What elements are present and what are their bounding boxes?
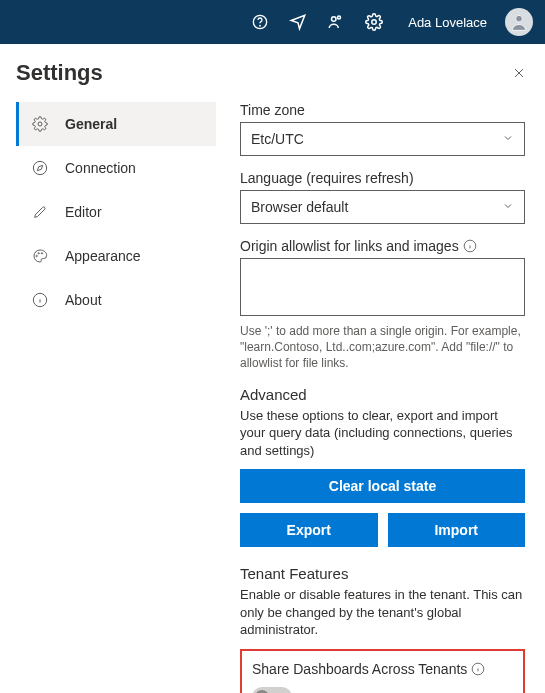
share-dashboards-label: Share Dashboards Across Tenants xyxy=(252,661,513,677)
origin-allowlist-hint: Use ';' to add more than a single origin… xyxy=(240,323,525,372)
feedback-icon[interactable] xyxy=(288,12,308,32)
avatar[interactable] xyxy=(505,8,533,36)
clear-local-state-button[interactable]: Clear local state xyxy=(240,469,525,503)
svg-point-10 xyxy=(41,253,42,254)
language-select[interactable]: Browser default xyxy=(240,190,525,224)
tenant-features-desc: Enable or disable features in the tenant… xyxy=(240,586,525,639)
svg-point-1 xyxy=(260,25,261,26)
panel-title: Settings xyxy=(16,60,103,86)
settings-sidebar: General Connection Editor Appearance xyxy=(16,102,216,693)
share-dashboards-toggle[interactable] xyxy=(252,687,292,693)
language-label: Language (requires refresh) xyxy=(240,170,525,186)
svg-point-2 xyxy=(332,17,337,22)
chevron-down-icon xyxy=(502,131,514,147)
sidebar-item-general[interactable]: General xyxy=(16,102,216,146)
username-label[interactable]: Ada Lovelace xyxy=(408,15,487,30)
top-app-bar: Ada Lovelace xyxy=(0,0,545,44)
info-icon xyxy=(31,291,49,309)
chevron-down-icon xyxy=(502,199,514,215)
sidebar-item-about[interactable]: About xyxy=(16,278,216,322)
sidebar-item-label: Appearance xyxy=(65,248,141,264)
import-button[interactable]: Import xyxy=(388,513,526,547)
svg-point-7 xyxy=(33,161,46,174)
timezone-label: Time zone xyxy=(240,102,525,118)
svg-point-8 xyxy=(36,255,37,256)
sidebar-item-appearance[interactable]: Appearance xyxy=(16,234,216,278)
sidebar-item-label: Connection xyxy=(65,160,136,176)
sidebar-item-label: About xyxy=(65,292,102,308)
svg-point-4 xyxy=(372,20,377,25)
gear-icon xyxy=(31,115,49,133)
sidebar-item-label: General xyxy=(65,116,117,132)
pencil-icon xyxy=(31,203,49,221)
svg-point-5 xyxy=(516,15,523,22)
timezone-value: Etc/UTC xyxy=(251,131,304,147)
advanced-desc: Use these options to clear, export and i… xyxy=(240,407,525,460)
info-icon[interactable] xyxy=(463,239,477,253)
info-icon[interactable] xyxy=(471,662,485,676)
origin-allowlist-label: Origin allowlist for links and images xyxy=(240,238,525,254)
compass-icon xyxy=(31,159,49,177)
svg-point-6 xyxy=(38,122,42,126)
sidebar-item-editor[interactable]: Editor xyxy=(16,190,216,234)
svg-point-3 xyxy=(338,16,341,19)
language-value: Browser default xyxy=(251,199,348,215)
sidebar-item-connection[interactable]: Connection xyxy=(16,146,216,190)
settings-content: Time zone Etc/UTC Language (requires ref… xyxy=(240,102,531,693)
settings-gear-icon[interactable] xyxy=(364,12,384,32)
svg-point-9 xyxy=(38,253,39,254)
timezone-select[interactable]: Etc/UTC xyxy=(240,122,525,156)
help-icon[interactable] xyxy=(250,12,270,32)
advanced-heading: Advanced xyxy=(240,386,525,403)
people-icon[interactable] xyxy=(326,12,346,32)
export-button[interactable]: Export xyxy=(240,513,378,547)
palette-icon xyxy=(31,247,49,265)
close-button[interactable] xyxy=(507,61,531,85)
tenant-features-heading: Tenant Features xyxy=(240,565,525,582)
share-dashboards-highlight: Share Dashboards Across Tenants xyxy=(240,649,525,693)
origin-allowlist-input[interactable] xyxy=(240,258,525,316)
sidebar-item-label: Editor xyxy=(65,204,102,220)
